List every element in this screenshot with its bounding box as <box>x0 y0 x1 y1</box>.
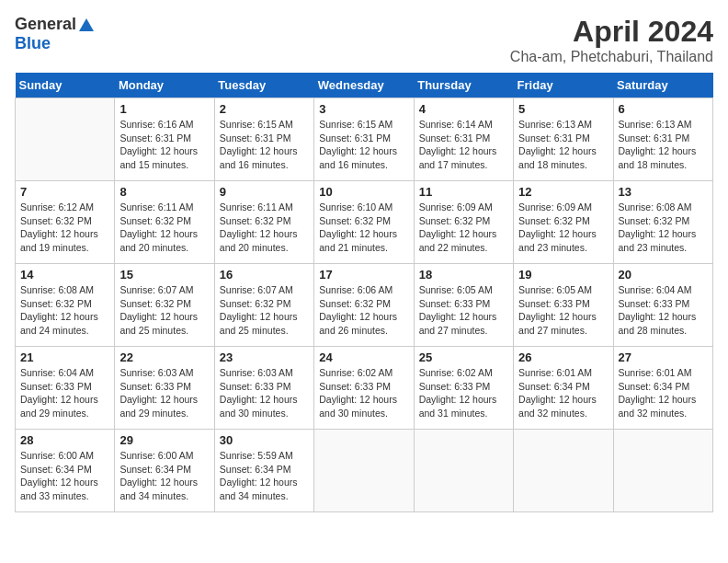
calendar-cell: 30Sunrise: 5:59 AM Sunset: 6:34 PM Dayli… <box>214 430 313 512</box>
day-info: Sunrise: 6:15 AM Sunset: 6:31 PM Dayligh… <box>319 118 408 172</box>
day-info: Sunrise: 6:07 AM Sunset: 6:32 PM Dayligh… <box>119 283 209 338</box>
day-info: Sunrise: 6:04 AM Sunset: 6:33 PM Dayligh… <box>20 366 109 420</box>
day-info: Sunrise: 6:16 AM Sunset: 6:31 PM Dayligh… <box>119 118 209 172</box>
day-number: 11 <box>419 185 508 199</box>
day-number: 23 <box>220 350 309 364</box>
weekday-header-saturday: Saturday <box>613 73 712 98</box>
week-row-2: 7Sunrise: 6:12 AM Sunset: 6:32 PM Daylig… <box>16 181 713 264</box>
week-row-5: 28Sunrise: 6:00 AM Sunset: 6:34 PM Dayli… <box>16 430 713 512</box>
calendar-cell: 24Sunrise: 6:02 AM Sunset: 6:33 PM Dayli… <box>314 347 414 430</box>
calendar-cell <box>514 430 613 512</box>
day-info: Sunrise: 6:02 AM Sunset: 6:33 PM Dayligh… <box>419 366 508 420</box>
weekday-header-thursday: Thursday <box>414 73 513 98</box>
calendar-cell: 23Sunrise: 6:03 AM Sunset: 6:33 PM Dayli… <box>214 347 313 430</box>
calendar-cell: 27Sunrise: 6:01 AM Sunset: 6:34 PM Dayli… <box>613 347 712 430</box>
calendar-title: April 2024 <box>510 15 713 49</box>
day-info: Sunrise: 6:02 AM Sunset: 6:33 PM Dayligh… <box>319 366 408 420</box>
day-number: 10 <box>319 185 408 199</box>
svg-marker-0 <box>79 18 94 31</box>
calendar-cell: 10Sunrise: 6:10 AM Sunset: 6:32 PM Dayli… <box>314 181 414 264</box>
calendar-cell <box>314 430 414 512</box>
title-block: April 2024 Cha-am, Phetchaburi, Thailand <box>510 15 713 65</box>
day-number: 20 <box>619 268 708 282</box>
day-number: 17 <box>319 268 408 282</box>
day-number: 21 <box>20 350 109 364</box>
day-number: 25 <box>419 350 508 364</box>
day-info: Sunrise: 6:00 AM Sunset: 6:34 PM Dayligh… <box>119 449 209 503</box>
day-number: 9 <box>220 185 309 199</box>
calendar-cell: 3Sunrise: 6:15 AM Sunset: 6:31 PM Daylig… <box>314 98 414 181</box>
day-number: 1 <box>119 102 209 116</box>
weekday-header-row: SundayMondayTuesdayWednesdayThursdayFrid… <box>16 73 713 98</box>
weekday-header-sunday: Sunday <box>16 73 115 98</box>
calendar-cell: 28Sunrise: 6:00 AM Sunset: 6:34 PM Dayli… <box>16 430 115 512</box>
day-number: 4 <box>419 102 508 116</box>
header: General Blue April 2024 Cha-am, Phetchab… <box>15 15 713 65</box>
day-number: 8 <box>119 185 209 199</box>
day-number: 18 <box>419 268 508 282</box>
calendar-cell: 7Sunrise: 6:12 AM Sunset: 6:32 PM Daylig… <box>16 181 115 264</box>
logo-icon <box>78 17 95 33</box>
day-info: Sunrise: 6:06 AM Sunset: 6:32 PM Dayligh… <box>319 283 408 338</box>
day-number: 3 <box>319 102 408 116</box>
calendar-cell: 21Sunrise: 6:04 AM Sunset: 6:33 PM Dayli… <box>16 347 115 430</box>
calendar-cell: 2Sunrise: 6:15 AM Sunset: 6:31 PM Daylig… <box>214 98 313 181</box>
week-row-4: 21Sunrise: 6:04 AM Sunset: 6:33 PM Dayli… <box>16 347 713 430</box>
day-number: 24 <box>319 350 408 364</box>
logo-blue: Blue <box>15 34 51 52</box>
calendar-cell: 26Sunrise: 6:01 AM Sunset: 6:34 PM Dayli… <box>514 347 613 430</box>
calendar-cell <box>613 430 712 512</box>
day-number: 12 <box>518 185 608 199</box>
day-number: 2 <box>220 102 309 116</box>
week-row-3: 14Sunrise: 6:08 AM Sunset: 6:32 PM Dayli… <box>16 264 713 347</box>
week-row-1: 1Sunrise: 6:16 AM Sunset: 6:31 PM Daylig… <box>16 98 713 181</box>
day-info: Sunrise: 6:00 AM Sunset: 6:34 PM Dayligh… <box>20 449 109 503</box>
day-info: Sunrise: 6:01 AM Sunset: 6:34 PM Dayligh… <box>619 366 708 420</box>
day-number: 27 <box>619 350 708 364</box>
day-number: 29 <box>119 433 209 447</box>
day-number: 30 <box>220 433 309 447</box>
calendar-cell: 29Sunrise: 6:00 AM Sunset: 6:34 PM Dayli… <box>115 430 214 512</box>
day-number: 16 <box>220 268 309 282</box>
day-number: 6 <box>619 102 708 116</box>
day-info: Sunrise: 6:09 AM Sunset: 6:32 PM Dayligh… <box>518 201 608 255</box>
day-number: 19 <box>518 268 608 282</box>
day-number: 26 <box>518 350 608 364</box>
day-info: Sunrise: 6:08 AM Sunset: 6:32 PM Dayligh… <box>619 201 708 255</box>
calendar-cell: 5Sunrise: 6:13 AM Sunset: 6:31 PM Daylig… <box>514 98 613 181</box>
day-info: Sunrise: 6:09 AM Sunset: 6:32 PM Dayligh… <box>419 201 508 255</box>
day-info: Sunrise: 6:04 AM Sunset: 6:33 PM Dayligh… <box>619 283 708 338</box>
day-number: 14 <box>20 268 109 282</box>
day-number: 22 <box>119 350 209 364</box>
calendar-cell: 17Sunrise: 6:06 AM Sunset: 6:32 PM Dayli… <box>314 264 414 347</box>
day-number: 28 <box>20 433 109 447</box>
calendar-cell <box>414 430 513 512</box>
calendar-cell <box>16 98 115 181</box>
day-info: Sunrise: 6:13 AM Sunset: 6:31 PM Dayligh… <box>518 118 608 172</box>
day-info: Sunrise: 6:15 AM Sunset: 6:31 PM Dayligh… <box>220 118 309 172</box>
logo: General Blue <box>15 15 96 53</box>
calendar-cell: 12Sunrise: 6:09 AM Sunset: 6:32 PM Dayli… <box>514 181 613 264</box>
weekday-header-tuesday: Tuesday <box>214 73 313 98</box>
day-info: Sunrise: 6:05 AM Sunset: 6:33 PM Dayligh… <box>419 283 508 338</box>
day-number: 13 <box>619 185 708 199</box>
day-info: Sunrise: 6:03 AM Sunset: 6:33 PM Dayligh… <box>220 366 309 420</box>
day-info: Sunrise: 6:07 AM Sunset: 6:32 PM Dayligh… <box>220 283 309 338</box>
day-info: Sunrise: 6:11 AM Sunset: 6:32 PM Dayligh… <box>220 201 309 255</box>
weekday-header-monday: Monday <box>115 73 214 98</box>
day-info: Sunrise: 5:59 AM Sunset: 6:34 PM Dayligh… <box>220 449 309 503</box>
calendar-table: SundayMondayTuesdayWednesdayThursdayFrid… <box>15 73 713 512</box>
day-info: Sunrise: 6:03 AM Sunset: 6:33 PM Dayligh… <box>119 366 209 420</box>
day-number: 15 <box>119 268 209 282</box>
calendar-cell: 1Sunrise: 6:16 AM Sunset: 6:31 PM Daylig… <box>115 98 214 181</box>
calendar-cell: 13Sunrise: 6:08 AM Sunset: 6:32 PM Dayli… <box>613 181 712 264</box>
weekday-header-friday: Friday <box>514 73 613 98</box>
day-info: Sunrise: 6:14 AM Sunset: 6:31 PM Dayligh… <box>419 118 508 172</box>
calendar-cell: 18Sunrise: 6:05 AM Sunset: 6:33 PM Dayli… <box>414 264 513 347</box>
calendar-cell: 20Sunrise: 6:04 AM Sunset: 6:33 PM Dayli… <box>613 264 712 347</box>
day-info: Sunrise: 6:10 AM Sunset: 6:32 PM Dayligh… <box>319 201 408 255</box>
calendar-cell: 9Sunrise: 6:11 AM Sunset: 6:32 PM Daylig… <box>214 181 313 264</box>
calendar-cell: 11Sunrise: 6:09 AM Sunset: 6:32 PM Dayli… <box>414 181 513 264</box>
calendar-cell: 25Sunrise: 6:02 AM Sunset: 6:33 PM Dayli… <box>414 347 513 430</box>
day-info: Sunrise: 6:08 AM Sunset: 6:32 PM Dayligh… <box>20 283 109 338</box>
